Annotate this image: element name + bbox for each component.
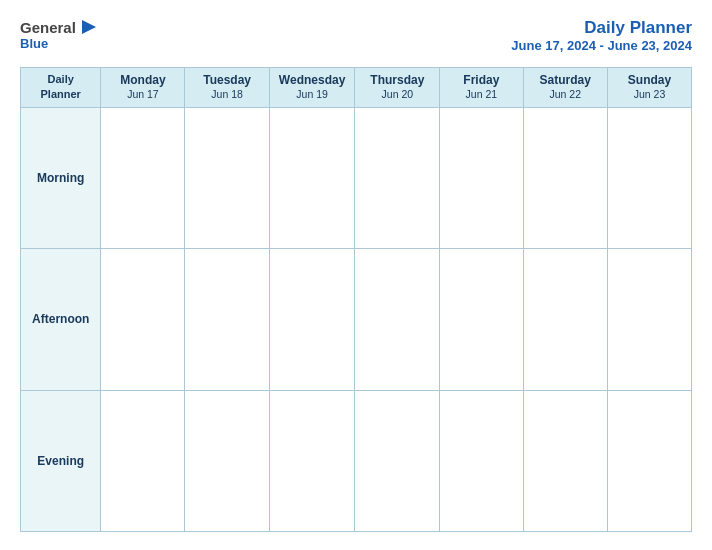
col-header-tuesday: Tuesday Jun 18 xyxy=(185,68,269,108)
cell-evening-monday[interactable] xyxy=(101,390,185,531)
cell-afternoon-sunday[interactable] xyxy=(608,249,692,390)
brand-color-text: Blue xyxy=(20,36,48,51)
row-label-evening: Evening xyxy=(21,390,101,531)
brand-name: General xyxy=(20,19,76,36)
cell-morning-wednesday[interactable] xyxy=(269,107,355,248)
cell-evening-saturday[interactable] xyxy=(523,390,608,531)
cell-evening-tuesday[interactable] xyxy=(185,390,269,531)
planner-title: Daily Planner xyxy=(511,18,692,38)
cell-evening-thursday[interactable] xyxy=(355,390,440,531)
cell-morning-friday[interactable] xyxy=(440,107,523,248)
cell-afternoon-friday[interactable] xyxy=(440,249,523,390)
logo-icon xyxy=(78,18,100,36)
col-header-wednesday: Wednesday Jun 19 xyxy=(269,68,355,108)
row-afternoon: Afternoon xyxy=(21,249,692,390)
table-header-row: Daily Planner Monday Jun 17 Tuesday Jun … xyxy=(21,68,692,108)
cell-evening-friday[interactable] xyxy=(440,390,523,531)
page-header: General Blue Daily Planner June 17, 2024… xyxy=(20,18,692,53)
cell-afternoon-wednesday[interactable] xyxy=(269,249,355,390)
row-label-afternoon: Afternoon xyxy=(21,249,101,390)
row-morning: Morning xyxy=(21,107,692,248)
cell-morning-tuesday[interactable] xyxy=(185,107,269,248)
col-header-sunday: Sunday Jun 23 xyxy=(608,68,692,108)
svg-marker-0 xyxy=(82,20,96,34)
col-header-monday: Monday Jun 17 xyxy=(101,68,185,108)
cell-morning-sunday[interactable] xyxy=(608,107,692,248)
cell-afternoon-tuesday[interactable] xyxy=(185,249,269,390)
corner-header: Daily Planner xyxy=(21,68,101,108)
col-header-friday: Friday Jun 21 xyxy=(440,68,523,108)
cell-morning-saturday[interactable] xyxy=(523,107,608,248)
col-header-saturday: Saturday Jun 22 xyxy=(523,68,608,108)
title-area: Daily Planner June 17, 2024 - June 23, 2… xyxy=(511,18,692,53)
cell-evening-sunday[interactable] xyxy=(608,390,692,531)
planner-date-range: June 17, 2024 - June 23, 2024 xyxy=(511,38,692,53)
row-label-morning: Morning xyxy=(21,107,101,248)
cell-afternoon-monday[interactable] xyxy=(101,249,185,390)
cell-morning-monday[interactable] xyxy=(101,107,185,248)
cell-morning-thursday[interactable] xyxy=(355,107,440,248)
logo: General Blue xyxy=(20,18,100,51)
col-header-thursday: Thursday Jun 20 xyxy=(355,68,440,108)
planner-table: Daily Planner Monday Jun 17 Tuesday Jun … xyxy=(20,67,692,532)
cell-afternoon-thursday[interactable] xyxy=(355,249,440,390)
row-evening: Evening xyxy=(21,390,692,531)
cell-afternoon-saturday[interactable] xyxy=(523,249,608,390)
cell-evening-wednesday[interactable] xyxy=(269,390,355,531)
